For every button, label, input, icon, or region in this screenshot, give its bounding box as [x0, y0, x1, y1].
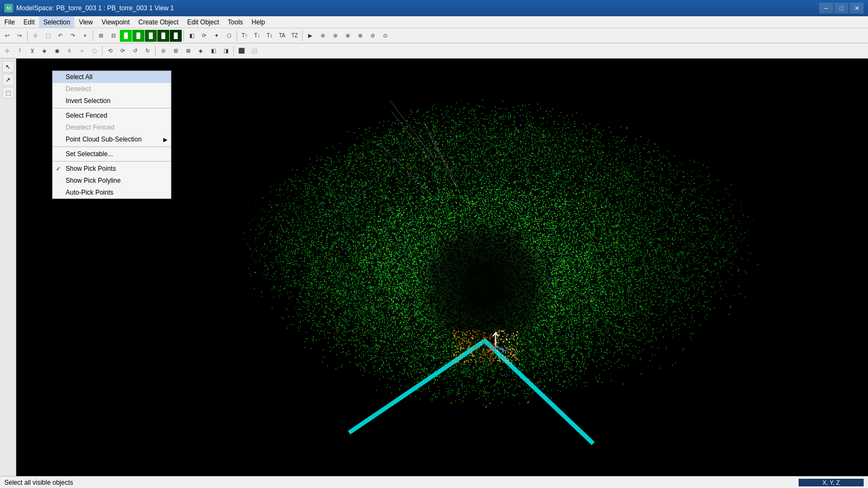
menu-item-select-fenced[interactable]: Select Fenced — [53, 110, 171, 121]
menu-viewpoint[interactable]: Viewpoint — [97, 16, 134, 28]
tb2-btn-18[interactable]: ◨ — [220, 45, 232, 57]
menu-bar: File Edit Selection View Viewpoint Creat… — [0, 16, 868, 28]
menu-item-set-selectable[interactable]: Set Selectable... — [53, 148, 171, 160]
tb2-btn-12[interactable]: ↻ — [142, 45, 154, 57]
menu-edit[interactable]: Edit — [19, 16, 39, 28]
menu-item-show-pick-polyline[interactable]: Show Pick Polyline — [53, 175, 171, 187]
select-all-label: Select All — [66, 73, 92, 81]
tb-btn-10[interactable]: █ — [145, 30, 157, 42]
window-title: ModelSpace: PB_torre_003 1 : PB_torre_00… — [16, 4, 174, 12]
tb-btn-26[interactable]: ⊗ — [354, 30, 366, 42]
tb-btn-2[interactable]: ⬚ — [42, 30, 54, 42]
tb2-btn-11[interactable]: ↺ — [129, 45, 141, 57]
deselect-fenced-label: Deselect Fenced — [66, 124, 114, 131]
toolbar-separator-2 — [93, 30, 93, 41]
menu-view[interactable]: View — [74, 16, 97, 28]
tb2-btn-5[interactable]: ◉ — [51, 45, 63, 57]
redo-button[interactable]: ↪ — [14, 30, 25, 42]
tb-btn-28[interactable]: ⊙ — [379, 30, 391, 42]
tb2-btn-17[interactable]: ◧ — [207, 45, 219, 57]
tb-btn-23[interactable]: ⊚ — [317, 30, 329, 42]
tb2-btn-10[interactable]: ⟳ — [117, 45, 129, 57]
title-bar: M ModelSpace: PB_torre_003 1 : PB_torre_… — [0, 0, 868, 16]
tb2-btn-20[interactable]: ⬜ — [248, 45, 260, 57]
tb2-btn-14[interactable]: ⊞ — [170, 45, 182, 57]
toolbar-row-2: ⊹ ⊺ ⊻ ◈ ◉ ◊ ○ ◌ ⟲ ⟳ ↺ ↻ ⊝ ⊞ ⊠ ◈ ◧ ◨ ⬛ ⬜ — [0, 43, 868, 59]
tb-btn-5[interactable]: ⌖ — [79, 30, 91, 42]
menu-item-auto-pick-points[interactable]: Auto-Pick Points — [53, 187, 171, 198]
tb2-btn-2[interactable]: ⊺ — [14, 45, 25, 57]
set-selectable-label: Set Selectable... — [66, 150, 113, 158]
menu-item-invert-selection[interactable]: Invert Selection — [53, 95, 171, 107]
tb2-btn-1[interactable]: ⊹ — [1, 45, 13, 57]
selection-menu-panel: Select All Deselect Invert Selection Sel… — [52, 70, 171, 199]
tb-btn-22[interactable]: ▶ — [304, 30, 316, 42]
tb2-btn-7[interactable]: ○ — [76, 45, 88, 57]
coords-display: X, Y, Z — [799, 479, 864, 486]
tb-btn-21[interactable]: TZ — [289, 30, 301, 42]
submenu-arrow-icon: ▶ — [163, 137, 168, 143]
minimize-button[interactable]: ─ — [819, 3, 833, 14]
left-fence-btn[interactable]: ⬚ — [2, 87, 14, 99]
select-fenced-label: Select Fenced — [66, 112, 107, 119]
tb-btn-6[interactable]: ⊞ — [95, 30, 107, 42]
tb-btn-9[interactable]: █ — [132, 30, 144, 42]
menu-item-point-cloud-sub[interactable]: Point Cloud Sub-Selection ▶ — [53, 133, 171, 145]
tb-btn-11[interactable]: █ — [157, 30, 169, 42]
menu-item-deselect-fenced: Deselect Fenced — [53, 121, 171, 133]
menu-file[interactable]: File — [0, 16, 19, 28]
show-pick-points-label: Show Pick Points — [66, 165, 116, 172]
menu-tools[interactable]: Tools — [224, 16, 247, 28]
title-bar-left: M ModelSpace: PB_torre_003 1 : PB_torre_… — [4, 4, 174, 12]
menu-selection[interactable]: Selection — [39, 16, 74, 28]
tb-btn-19[interactable]: T↕ — [264, 30, 276, 42]
tb-btn-8[interactable]: █ — [120, 30, 132, 42]
tb2-btn-4[interactable]: ◈ — [39, 45, 50, 57]
maximize-button[interactable]: □ — [834, 3, 848, 14]
tb-btn-24[interactable]: ⊛ — [329, 30, 341, 42]
left-select2-btn[interactable]: ↗ — [2, 74, 14, 86]
tb2-btn-19[interactable]: ⬛ — [235, 45, 247, 57]
tb2-sep-1 — [102, 46, 103, 56]
tb-btn-7[interactable]: ⊟ — [107, 30, 119, 42]
tb-btn-3[interactable]: ↶ — [54, 30, 66, 42]
menu-create-object[interactable]: Create Object — [134, 16, 183, 28]
tb-btn-13[interactable]: ◧ — [186, 30, 197, 42]
viewport[interactable]: Select All Deselect Invert Selection Sel… — [16, 59, 868, 476]
tb-btn-18[interactable]: T↓ — [251, 30, 263, 42]
tb-btn-16[interactable]: ⬡ — [223, 30, 235, 42]
menu-help[interactable]: Help — [247, 16, 270, 28]
tb2-btn-8[interactable]: ◌ — [88, 45, 100, 57]
tb-btn-14[interactable]: ⟳ — [198, 30, 210, 42]
menu-item-select-all[interactable]: Select All — [53, 71, 171, 83]
invert-selection-label: Invert Selection — [66, 97, 111, 105]
tb-btn-15[interactable]: ✦ — [210, 30, 222, 42]
status-right: X, Y, Z — [799, 479, 864, 486]
tb-btn-4[interactable]: ↷ — [67, 30, 79, 42]
toolbar-separator-3 — [183, 30, 184, 41]
tb-btn-25[interactable]: ⊕ — [342, 30, 354, 42]
tb2-btn-15[interactable]: ⊠ — [182, 45, 194, 57]
tb-btn-12[interactable]: █ — [170, 30, 182, 42]
tb-btn-1[interactable]: ⊹ — [29, 30, 41, 42]
point-cloud-sub-label: Point Cloud Sub-Selection — [66, 136, 142, 143]
menu-sep-2 — [53, 146, 171, 147]
show-pick-polyline-label: Show Pick Polyline — [66, 177, 120, 184]
tb2-btn-9[interactable]: ⟲ — [104, 45, 116, 57]
undo-button[interactable]: ↩ — [1, 30, 13, 42]
tb2-sep-2 — [155, 46, 156, 56]
menu-item-deselect: Deselect — [53, 83, 171, 95]
title-bar-buttons: ─ □ ✕ — [819, 3, 864, 14]
tb-btn-20[interactable]: TA — [276, 30, 288, 42]
tb2-btn-13[interactable]: ⊝ — [157, 45, 169, 57]
menu-item-show-pick-points[interactable]: ✓ Show Pick Points — [53, 163, 171, 175]
tb2-btn-16[interactable]: ◈ — [195, 45, 207, 57]
menu-edit-object[interactable]: Edit Object — [183, 16, 224, 28]
close-button[interactable]: ✕ — [850, 3, 864, 14]
left-select-btn[interactable]: ↖ — [2, 61, 14, 73]
toolbar-separator-5 — [302, 30, 303, 41]
tb2-btn-3[interactable]: ⊻ — [26, 45, 38, 57]
tb-btn-17[interactable]: T↑ — [239, 30, 251, 42]
tb-btn-27[interactable]: ⊘ — [367, 30, 379, 42]
tb2-btn-6[interactable]: ◊ — [63, 45, 75, 57]
